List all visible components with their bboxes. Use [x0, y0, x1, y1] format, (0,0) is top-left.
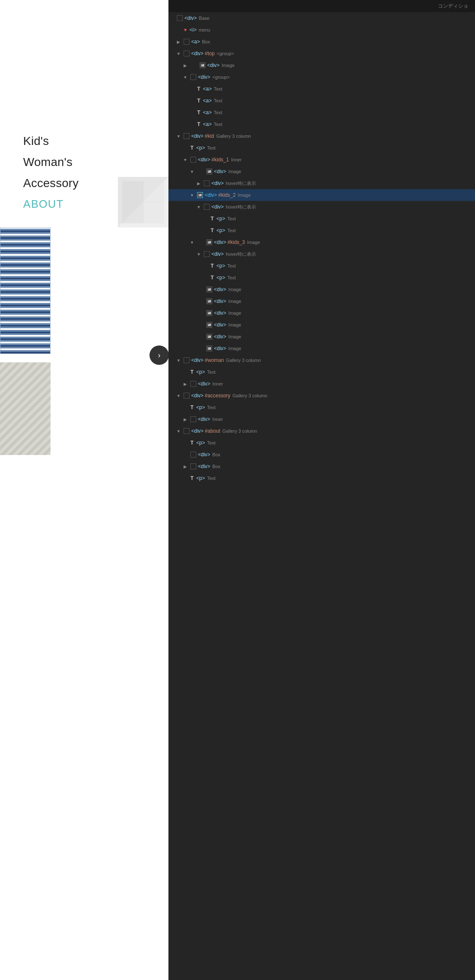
tree-row[interactable]: ▶T<p>Text	[168, 366, 475, 378]
expand-icon[interactable]: ▼	[189, 168, 195, 175]
checkbox[interactable]	[204, 180, 210, 186]
tree-row[interactable]: ▶<div>Image	[168, 59, 475, 71]
tree-row[interactable]: ▼<div> #top<group>	[168, 48, 475, 59]
tree-row[interactable]: ▼<div> #kidGallery 3 column	[168, 130, 475, 142]
tag-label: <div>	[191, 393, 203, 399]
expand-icon[interactable]: ▼	[182, 156, 189, 163]
node-label: Text	[227, 275, 236, 280]
tree-row[interactable]: ▶<div>Image	[168, 295, 475, 307]
checkbox[interactable]	[184, 39, 189, 45]
expand-icon[interactable]: ▶	[182, 463, 189, 470]
tree-row[interactable]: ▶<div>Inner	[168, 378, 475, 390]
tree-row[interactable]: ▶T<a>Text	[168, 83, 475, 95]
checkbox[interactable]	[190, 463, 196, 469]
text-icon: T	[209, 274, 216, 281]
tree-row[interactable]: ▶T<a>Text	[168, 107, 475, 118]
checkbox[interactable]	[190, 157, 196, 163]
tree-row[interactable]: ▶T<a>Text	[168, 118, 475, 130]
nav-kids[interactable]: Kid's	[23, 134, 168, 148]
preview-bottom	[0, 228, 168, 455]
tag-label: <p>	[196, 475, 205, 481]
expand-icon[interactable]: ▼	[175, 133, 182, 139]
tree-row[interactable]: ▶T<p>Text	[168, 225, 475, 236]
checkbox[interactable]	[204, 251, 210, 257]
tag-label: <p>	[216, 263, 225, 269]
expand-icon[interactable]: ▼	[189, 239, 195, 246]
tree-row[interactable]: ▶<div>Inner	[168, 413, 475, 425]
checkbox[interactable]	[190, 452, 196, 458]
tree-row[interactable]: ▶T<p>Text	[168, 402, 475, 413]
text-icon: T	[209, 262, 216, 269]
node-label: menu	[199, 27, 211, 32]
tree-row[interactable]: ▶T<p>Text	[168, 437, 475, 449]
tree-row[interactable]: ▶T<a>Text	[168, 95, 475, 107]
tree-row[interactable]: ▶<div>Base	[168, 12, 475, 24]
expand-icon[interactable]: ▼	[189, 192, 195, 198]
checkbox[interactable]	[184, 428, 189, 434]
tree-row[interactable]: ▶<div>Image	[168, 331, 475, 343]
tree-row[interactable]: ▶T<p>Text	[168, 272, 475, 284]
image-icon	[206, 334, 212, 340]
tree-row[interactable]: ▶T<p>Text	[168, 142, 475, 154]
tree-row[interactable]: ▼<div> #kids_1Inner	[168, 154, 475, 166]
expand-icon[interactable]: ▶	[182, 62, 189, 69]
id-label: #kids_2	[218, 192, 235, 198]
expand-icon[interactable]: ▼	[195, 251, 202, 257]
tree-row[interactable]: ▶<div>Image	[168, 307, 475, 319]
tree-row[interactable]: ▶<div>Image	[168, 343, 475, 354]
expand-icon[interactable]: ▼	[175, 428, 182, 434]
expand-icon[interactable]: ▶	[182, 416, 189, 423]
tree-row[interactable]: ▼<div> #kids_2Image	[168, 189, 475, 201]
expand-icon[interactable]: ▼	[175, 50, 182, 57]
expand-icon[interactable]: ▼	[195, 203, 202, 210]
checkbox[interactable]	[184, 357, 189, 363]
tree-row[interactable]: ▼<div><group>	[168, 71, 475, 83]
checkbox[interactable]	[177, 15, 183, 21]
tree-row[interactable]: ▼<div> #aboutGallery 3 column	[168, 425, 475, 437]
tree-row[interactable]: ▶<div>hover時に表示	[168, 177, 475, 189]
node-label: Image	[228, 334, 241, 339]
checkbox[interactable]	[184, 393, 189, 399]
checkbox[interactable]	[204, 204, 210, 210]
tree-row[interactable]: ▶T<p>Text	[168, 472, 475, 484]
expand-icon[interactable]: ▶	[175, 38, 182, 45]
tree-row[interactable]: ▶<div>Box	[168, 461, 475, 472]
tree-row[interactable]: ▶<div>Image	[168, 284, 475, 295]
tree-row[interactable]: ▼<div> #accessoryGallery 3 column	[168, 390, 475, 402]
expand-icon[interactable]: ▶	[195, 180, 202, 187]
image-icon	[206, 239, 212, 245]
tree-row[interactable]: ▶<div>Image	[168, 319, 475, 331]
node-label: Text	[207, 370, 216, 375]
tag-label: <div>	[211, 204, 224, 210]
id-label: #woman	[205, 357, 224, 363]
tag-label: <a>	[203, 110, 212, 115]
checkbox[interactable]	[190, 74, 196, 80]
next-button[interactable]: ›	[149, 345, 168, 365]
node-label: Image	[228, 311, 241, 316]
tree-row[interactable]: ▼<div>hover時に表示	[168, 201, 475, 213]
node-label: Text	[227, 263, 236, 268]
tree-row[interactable]: ▶<div>Box	[168, 449, 475, 461]
checkbox[interactable]	[184, 133, 189, 139]
tree-row[interactable]: ▼<div>hover時に表示	[168, 248, 475, 260]
tree-row[interactable]: ▼<div>Image	[168, 166, 475, 177]
tree-row[interactable]: ▶♥<i>menu	[168, 24, 475, 36]
condition-label: コンディショ	[438, 3, 468, 9]
tag-label: <div>	[191, 428, 203, 434]
node-label: hover時に表示	[226, 180, 256, 187]
checkbox[interactable]	[184, 51, 189, 56]
nav-womans[interactable]: Woman's	[23, 155, 168, 169]
node-label: Box	[212, 452, 220, 457]
expand-icon[interactable]: ▶	[182, 380, 189, 387]
node-label: Text	[207, 440, 216, 445]
expand-icon[interactable]: ▼	[175, 357, 182, 364]
expand-icon[interactable]: ▼	[175, 392, 182, 399]
tree-row[interactable]: ▶<a>Box	[168, 36, 475, 48]
expand-icon[interactable]: ▼	[182, 74, 189, 80]
checkbox[interactable]	[190, 416, 196, 422]
tree-row[interactable]: ▶T<p>Text	[168, 260, 475, 272]
tree-row[interactable]: ▶T<p>Text	[168, 213, 475, 225]
tree-row[interactable]: ▼<div> #womanGallery 3 column	[168, 354, 475, 366]
tree-row[interactable]: ▼<div> #kids_3Image	[168, 236, 475, 248]
checkbox[interactable]	[190, 381, 196, 387]
